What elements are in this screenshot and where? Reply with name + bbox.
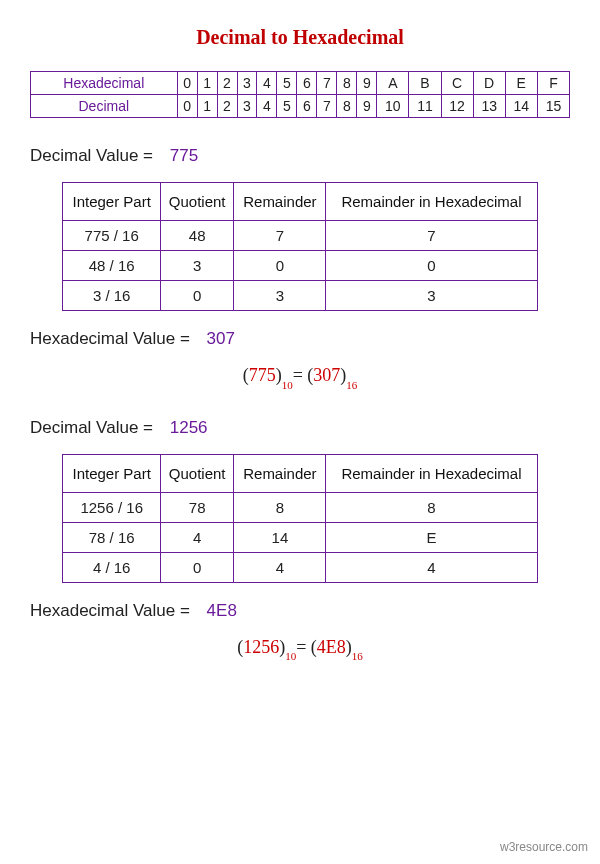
hex-decimal-reference-table: Hexadecimal 0 1 2 3 4 5 6 7 8 9 A B C D … <box>30 71 570 118</box>
ref-cell: A <box>377 72 409 95</box>
ref-cell: 3 <box>237 95 257 118</box>
cell: 14 <box>234 522 326 552</box>
ref-cell: 4 <box>257 72 277 95</box>
cell: 3 <box>234 281 326 311</box>
cell: 48 <box>161 221 234 251</box>
cell: 8 <box>234 492 326 522</box>
ref-cell: 1 <box>197 72 217 95</box>
cell: 3 <box>161 251 234 281</box>
ref-row-dec: Decimal 0 1 2 3 4 5 6 7 8 9 10 11 12 13 … <box>31 95 570 118</box>
ref-cell: 6 <box>297 72 317 95</box>
cell: 78 / 16 <box>63 522 161 552</box>
ref-cell: 1 <box>197 95 217 118</box>
eq-hex: 307 <box>313 365 340 385</box>
conversion-table-2: Integer Part Quotient Remainder Remainde… <box>62 454 537 583</box>
eq-hex-base: 16 <box>352 650 363 662</box>
ref-cell: 6 <box>297 95 317 118</box>
eq-hex: 4E8 <box>317 637 346 657</box>
ref-cell: 12 <box>441 95 473 118</box>
ref-cell: 5 <box>277 95 297 118</box>
eq-dec-base: 10 <box>282 379 293 391</box>
col-remainder-hex: Remainder in Hexadecimal <box>326 454 537 492</box>
ref-cell: 7 <box>317 95 337 118</box>
table-row: 775 / 16 48 7 7 <box>63 221 537 251</box>
footer-attribution: w3resource.com <box>500 840 588 854</box>
hex-value-line-1: Hexadecimal Value = 307 <box>30 329 570 349</box>
ref-cell: 14 <box>505 95 537 118</box>
ref-cell: 8 <box>337 95 357 118</box>
ref-cell: F <box>537 72 569 95</box>
decimal-value-line-1: Decimal Value = 775 <box>30 146 570 166</box>
ref-cell: 11 <box>409 95 441 118</box>
equation-1: (775)10= (307)16 <box>30 365 570 388</box>
cell: 7 <box>326 221 537 251</box>
decimal-value-line-2: Decimal Value = 1256 <box>30 418 570 438</box>
ref-row-hex: Hexadecimal 0 1 2 3 4 5 6 7 8 9 A B C D … <box>31 72 570 95</box>
decimal-value: 775 <box>170 146 198 165</box>
col-integer-part: Integer Part <box>63 454 161 492</box>
cell: 7 <box>234 221 326 251</box>
cell: 48 / 16 <box>63 251 161 281</box>
table-header-row: Integer Part Quotient Remainder Remainde… <box>63 454 537 492</box>
col-remainder: Remainder <box>234 183 326 221</box>
decimal-value: 1256 <box>170 418 208 437</box>
ref-cell: 5 <box>277 72 297 95</box>
conversion-table-1: Integer Part Quotient Remainder Remainde… <box>62 182 537 311</box>
table-row: 1256 / 16 78 8 8 <box>63 492 537 522</box>
cell: 0 <box>161 281 234 311</box>
eq-hex-base: 16 <box>346 379 357 391</box>
table-row: 3 / 16 0 3 3 <box>63 281 537 311</box>
cell: 775 / 16 <box>63 221 161 251</box>
ref-cell: 9 <box>357 95 377 118</box>
page-title: Decimal to Hexadecimal <box>30 26 570 49</box>
equation-2: (1256)10= (4E8)16 <box>30 637 570 660</box>
ref-cell: 7 <box>317 72 337 95</box>
eq-dec: 1256 <box>243 637 279 657</box>
hex-value: 4E8 <box>207 601 237 620</box>
col-remainder-hex: Remainder in Hexadecimal <box>326 183 537 221</box>
hex-label: Hexadecimal Value = <box>30 601 190 620</box>
hex-value-line-2: Hexadecimal Value = 4E8 <box>30 601 570 621</box>
cell: 78 <box>161 492 234 522</box>
ref-label-dec: Decimal <box>31 95 178 118</box>
cell: 4 <box>326 552 537 582</box>
cell: 8 <box>326 492 537 522</box>
ref-cell: D <box>473 72 505 95</box>
ref-cell: 2 <box>217 95 237 118</box>
cell: 3 <box>326 281 537 311</box>
ref-cell: 0 <box>177 95 197 118</box>
cell: 4 <box>234 552 326 582</box>
table-row: 78 / 16 4 14 E <box>63 522 537 552</box>
ref-cell: E <box>505 72 537 95</box>
eq-dec-base: 10 <box>285 650 296 662</box>
ref-cell: 2 <box>217 72 237 95</box>
ref-cell: B <box>409 72 441 95</box>
cell: 3 / 16 <box>63 281 161 311</box>
ref-label-hex: Hexadecimal <box>31 72 178 95</box>
ref-cell: 9 <box>357 72 377 95</box>
ref-cell: 8 <box>337 72 357 95</box>
cell: 4 <box>161 522 234 552</box>
cell: 1256 / 16 <box>63 492 161 522</box>
table-row: 48 / 16 3 0 0 <box>63 251 537 281</box>
ref-cell: 13 <box>473 95 505 118</box>
ref-cell: 10 <box>377 95 409 118</box>
col-remainder: Remainder <box>234 454 326 492</box>
ref-cell: 4 <box>257 95 277 118</box>
hex-label: Hexadecimal Value = <box>30 329 190 348</box>
hex-value: 307 <box>207 329 235 348</box>
ref-cell: 0 <box>177 72 197 95</box>
table-header-row: Integer Part Quotient Remainder Remainde… <box>63 183 537 221</box>
col-integer-part: Integer Part <box>63 183 161 221</box>
ref-cell: C <box>441 72 473 95</box>
cell: 4 / 16 <box>63 552 161 582</box>
eq-dec: 775 <box>249 365 276 385</box>
table-row: 4 / 16 0 4 4 <box>63 552 537 582</box>
cell: E <box>326 522 537 552</box>
cell: 0 <box>161 552 234 582</box>
decimal-label: Decimal Value = <box>30 146 153 165</box>
cell: 0 <box>234 251 326 281</box>
ref-cell: 3 <box>237 72 257 95</box>
col-quotient: Quotient <box>161 454 234 492</box>
cell: 0 <box>326 251 537 281</box>
